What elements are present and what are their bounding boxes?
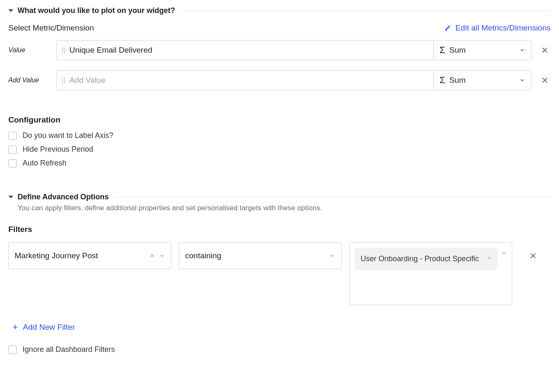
plot-section-header[interactable]: What would you like to plot on your widg… <box>8 6 551 15</box>
divider <box>115 197 551 197</box>
remove-value-button[interactable] <box>539 44 551 56</box>
ignore-dashboard-filters-checkbox[interactable] <box>8 346 17 354</box>
value-input[interactable] <box>69 46 428 55</box>
drag-handle-icon[interactable] <box>62 78 65 83</box>
configuration-title: Configuration <box>8 115 551 125</box>
value-input-container[interactable] <box>56 40 434 60</box>
filter-value-multiselect[interactable]: User Onboarding - Product Specific <box>349 242 512 305</box>
advanced-section-title: Define Advanced Options <box>18 193 109 201</box>
remove-tag-button[interactable] <box>487 253 492 262</box>
addvalue-input-container[interactable] <box>56 70 434 90</box>
label-axis-checkbox-row[interactable]: Do you want to Label Axis? <box>8 131 551 140</box>
close-icon <box>540 46 549 55</box>
advanced-section-header[interactable]: Define Advanced Options <box>8 193 551 201</box>
auto-refresh-checkbox[interactable] <box>8 159 17 168</box>
hide-previous-checkbox-row[interactable]: Hide Previous Period <box>8 145 551 154</box>
chevron-down-icon <box>159 253 165 259</box>
divider <box>181 10 551 11</box>
plus-icon: + <box>13 322 18 333</box>
value-label: Value <box>8 46 56 54</box>
ignore-dashboard-filters-label: Ignore all Dashboard Filters <box>23 345 115 354</box>
collapse-triangle-icon <box>8 9 13 12</box>
select-metric-title: Select Metric/Dimension <box>8 23 94 33</box>
drag-handle-icon[interactable] <box>62 48 65 53</box>
filters-title: Filters <box>8 225 551 234</box>
chevron-down-icon <box>330 253 335 259</box>
close-icon <box>540 76 549 85</box>
chevron-down-icon <box>501 250 507 256</box>
addvalue-aggregation-select[interactable]: Σ Sum <box>433 70 531 90</box>
filter-tag-text: User Onboarding - Product Specific <box>361 253 479 265</box>
label-axis-checkbox[interactable] <box>8 132 17 140</box>
value-aggregation-select[interactable]: Σ Sum <box>433 40 531 60</box>
plot-section-title: What would you like to plot on your widg… <box>18 6 175 15</box>
addvalue-label: Add Value <box>8 76 56 84</box>
add-new-filter-button[interactable]: + Add New Filter <box>13 322 551 333</box>
close-icon <box>529 251 538 260</box>
filter-field-select[interactable]: Marketing Journey Post <box>8 242 171 269</box>
edit-all-metrics-link[interactable]: Edit all Metrics/Dimensions <box>445 23 551 33</box>
filter-field-value: Marketing Journey Post <box>15 251 98 260</box>
clear-icon[interactable] <box>149 253 155 259</box>
addvalue-input[interactable] <box>69 76 428 85</box>
chevron-down-icon <box>519 47 525 53</box>
edit-all-label: Edit all Metrics/Dimensions <box>455 23 551 33</box>
ignore-dashboard-filters-row[interactable]: Ignore all Dashboard Filters <box>8 345 551 354</box>
sigma-icon: Σ <box>440 45 445 56</box>
hide-previous-checkbox[interactable] <box>8 145 17 154</box>
close-icon <box>487 255 492 260</box>
label-axis-label: Do you want to Label Axis? <box>23 131 113 140</box>
hide-previous-label: Hide Previous Period <box>23 145 93 154</box>
filter-operator-value: containing <box>185 251 221 260</box>
value-agg-label: Sum <box>450 46 466 55</box>
collapse-triangle-icon <box>8 196 13 199</box>
sigma-icon: Σ <box>440 75 445 86</box>
remove-addvalue-button[interactable] <box>539 74 551 86</box>
add-filter-label: Add New Filter <box>23 323 75 332</box>
auto-refresh-checkbox-row[interactable]: Auto Refresh <box>8 159 551 168</box>
edit-icon <box>445 24 452 32</box>
chevron-down-icon <box>519 77 525 83</box>
filter-operator-select[interactable]: containing <box>179 242 342 269</box>
addvalue-agg-label: Sum <box>450 76 466 85</box>
filter-value-tag: User Onboarding - Product Specific <box>355 248 498 270</box>
auto-refresh-label: Auto Refresh <box>23 159 66 168</box>
remove-filter-button[interactable] <box>527 250 539 262</box>
advanced-subtitle: You can apply filters, define additional… <box>18 204 551 212</box>
